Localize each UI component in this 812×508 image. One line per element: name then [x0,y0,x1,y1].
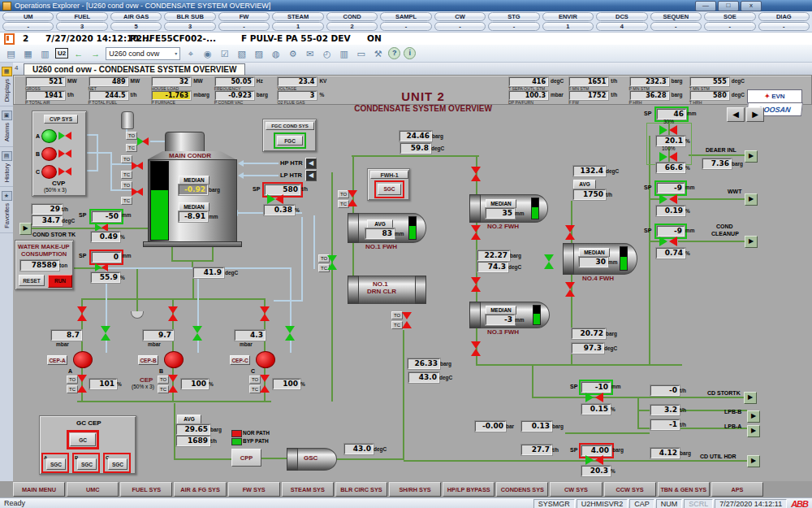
group-count-button[interactable]: - [380,22,431,31]
cep-b-pump[interactable] [164,351,184,368]
deaer-inl-button[interactable]: ▶ [745,150,758,163]
toolbar-icon[interactable]: ◉ [201,47,214,60]
group-button[interactable]: UM [2,12,54,21]
group-button[interactable]: COND [326,12,378,21]
tc-button[interactable]: TC [391,321,403,329]
sgc-b-button[interactable]: SGC [77,458,97,470]
cep-a-pump[interactable] [73,351,93,368]
gc-button[interactable]: GC [70,433,96,446]
toolbar-icon[interactable]: ⚙ [286,47,300,60]
median-button[interactable]: MEDIAN [179,176,209,185]
page-prev-button[interactable]: ◀ [727,107,745,122]
nav-button[interactable]: UMC [67,482,119,497]
makeup-reset-button[interactable]: RESET [19,275,45,286]
lp-htr-button[interactable]: ◀ [305,170,317,181]
nav-button[interactable]: APS [711,482,763,497]
cleanup-button[interactable]: ▶ [745,236,758,248]
minimize-button[interactable]: — [695,1,716,11]
group-count-button[interactable]: 5 [110,22,162,31]
fwh4-vent-valve[interactable] [544,254,555,269]
toolbar-icon[interactable]: ▤ [4,47,18,60]
group-count-button[interactable]: - [758,22,810,31]
toolbar-icon[interactable]: ⌖ [184,47,197,60]
toolbar-icon[interactable]: ⚒ [371,47,385,60]
close-button[interactable]: x [741,1,762,11]
group-button[interactable]: FW [218,12,270,21]
hotwell-mu-valve[interactable] [585,393,603,402]
cep-c-vent-valve[interactable] [285,326,296,341]
help-icon[interactable]: i [404,47,416,59]
makeup-run-button[interactable]: RUN [48,275,72,288]
fwh1-sgc-button[interactable]: SGC [378,184,401,195]
fwh3-drain-valve[interactable] [471,341,482,356]
cd-util-button[interactable]: ▶ [747,455,760,467]
group-button[interactable]: SOE [704,12,755,21]
cd-stortk-button[interactable]: ▶ [744,392,757,404]
toolbar-icon[interactable]: ◍ [269,47,283,60]
cvp-valve-c[interactable] [58,167,71,176]
dock-tab[interactable]: ▤ History [0,147,13,187]
toolbar-icon[interactable]: ▧ [235,47,248,60]
alarm-line[interactable]: 2 7/27/2020 14:12:10.... P2HFE55CF002-..… [0,33,812,45]
group-count-button[interactable]: 4 [596,22,647,31]
group-button[interactable]: SAMPL [380,12,431,21]
cvp-pump-a[interactable] [41,129,57,143]
cep-c-tag-button[interactable]: CEP-C [230,355,250,365]
mu2-valve[interactable] [95,263,108,271]
dock-tab[interactable]: ★ Favorites [0,187,13,233]
fgc-button[interactable]: FGC [277,136,303,145]
fwh4-inlet-valve[interactable] [565,225,576,240]
tank-valve[interactable] [137,137,149,145]
cleanup-valve[interactable] [659,237,677,246]
group-button[interactable]: SEQUEN [650,12,702,21]
nav-button[interactable]: CW SYS [550,482,602,497]
toolbar-icon[interactable]: ▥ [337,47,351,60]
avg-button[interactable]: AVG [573,180,596,189]
avg-button[interactable]: AVG [177,415,201,424]
group-button[interactable]: BLR SUB [164,12,215,21]
toolbar-icon[interactable]: ▥ [38,47,52,60]
group-button[interactable]: AIR GAS [110,12,162,21]
page-next-button[interactable]: ▶ [746,107,764,122]
fwh2-drain-valve[interactable] [471,225,482,240]
condenser-cw-valve-2[interactable] [132,188,143,196]
to-button[interactable]: TO [121,155,132,163]
nav-button[interactable]: BLR CIRC SYS [335,482,387,497]
drncooler-drain-valve[interactable] [402,312,412,328]
cond-stor-tk-button[interactable]: ▶ [19,223,32,235]
cep-a-vent-valve[interactable] [101,326,111,341]
tc-button[interactable]: TC [249,385,261,393]
group-button[interactable]: STEAM [272,12,323,21]
group-count-button[interactable]: - [2,22,54,31]
deaer-valve-30[interactable] [659,125,677,135]
group-button[interactable]: FUEL [56,12,107,21]
nav-button[interactable]: SH/RH SYS [389,482,441,497]
toolbar-icon[interactable]: ☑ [218,47,231,60]
hp-htr-button[interactable]: ◀ [305,158,317,169]
group-count-button[interactable]: - [488,22,539,31]
avg-button[interactable]: AVG [367,219,393,228]
cep-b-discharge-valve[interactable] [168,375,179,393]
help-icon[interactable]: ? [388,47,400,59]
mu1-valve[interactable] [95,224,108,232]
group-count-button[interactable]: 2 [326,22,378,31]
cep-b-vent-valve[interactable] [192,326,203,341]
cep-c-pump[interactable] [256,351,275,368]
cvp-valve-a[interactable] [58,132,71,140]
median-button[interactable]: MEDIAN [579,248,610,257]
group-count-button[interactable]: 1 [542,22,594,31]
to-button[interactable]: TO [121,181,132,189]
wwt-valve[interactable] [659,194,677,204]
toolbar-icon[interactable]: ◴ [320,47,334,60]
to-button[interactable]: TO [126,132,137,140]
group-count-button[interactable]: - [650,22,702,31]
deaer-valve-100[interactable] [659,152,677,162]
nav-button[interactable]: TBN & GEN SYS [658,482,710,497]
sgc-c-button[interactable]: SGC [108,458,127,470]
tc-button[interactable]: TC [121,197,132,205]
mu1-setpoint[interactable]: -50 [89,209,123,224]
sgc-a-button[interactable]: SGC [46,458,66,470]
fwh1-title-button[interactable]: FWH-1 [370,171,408,179]
median-button[interactable]: MEDIAN [486,199,516,208]
fwh1-drain-valve[interactable] [348,190,358,206]
